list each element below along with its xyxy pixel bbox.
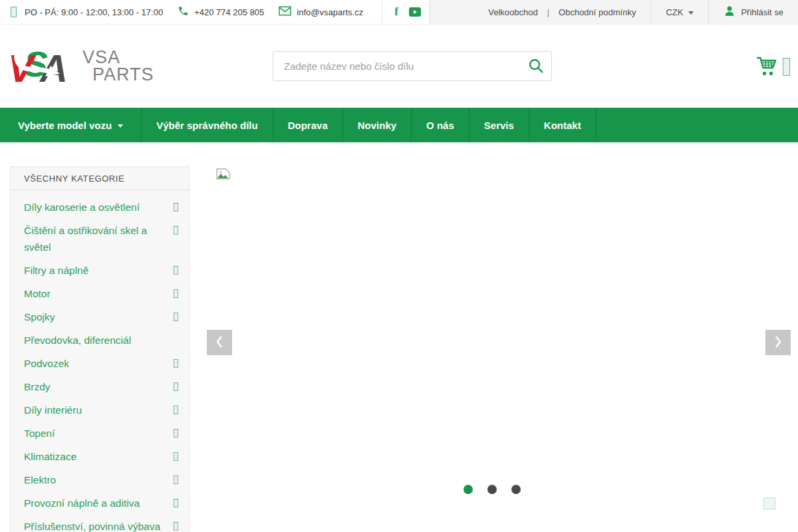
topbar-contacts: PO - PÁ: 9:00 - 12:00, 13:00 - 17:00 +42… (0, 0, 429, 24)
caret-down-icon (688, 11, 694, 15)
nav-item-novinky[interactable]: Novinky (343, 108, 412, 142)
category-item[interactable]: Převodovka, diferenciál (11, 329, 189, 352)
hero-carousel (209, 166, 788, 512)
nav-label: Servis (484, 120, 514, 131)
nav-label: Doprava (288, 120, 328, 131)
divider (382, 0, 382, 24)
category-item[interactable]: Filtry a náplně (11, 259, 189, 282)
category-arrow-icon (174, 289, 178, 298)
next-icon (771, 333, 785, 352)
category-item[interactable]: Příslušenství, povinná výbava (11, 515, 189, 532)
carousel-next-button[interactable] (765, 330, 791, 355)
category-list: Díly karoserie a osvětlení Čištění a ost… (11, 190, 189, 532)
broken-image-icon (216, 168, 231, 184)
carousel-dot[interactable] (487, 485, 497, 494)
login-label: Přihlásit se (741, 7, 783, 17)
carousel-dot[interactable] (511, 485, 521, 494)
nav-item-servis[interactable]: Servis (469, 108, 529, 142)
category-arrow-icon (174, 499, 178, 507)
sidebar-title: VŠECHNY KATEGORIE (11, 167, 189, 190)
category-label: Elektro (24, 471, 56, 488)
nav-item-o-nas[interactable]: O nás (412, 108, 469, 142)
category-label: Topení (24, 425, 55, 442)
logo[interactable]: S A V VSA PARTS (8, 43, 154, 90)
nav-item-kontakt[interactable]: Kontakt (529, 108, 597, 142)
nav-label: Výběr správného dílu (156, 120, 258, 131)
carousel-dots (209, 485, 775, 494)
logo-text: VSA PARTS (82, 49, 154, 83)
carousel-dot[interactable] (464, 485, 473, 494)
category-arrow-icon (174, 313, 178, 321)
user-icon (724, 5, 735, 19)
clock-icon (11, 7, 17, 17)
carousel-prev-button[interactable] (207, 330, 232, 355)
category-arrow-icon (174, 359, 178, 368)
nav-item-spravny-dil[interactable]: Výběr správného dílu (142, 108, 273, 142)
category-arrow-icon (174, 382, 178, 391)
category-item[interactable]: Čištění a ostřikování skel a světel (11, 219, 189, 259)
category-label: Díly interiéru (24, 402, 82, 418)
email-address: info@vsaparts.cz (297, 7, 363, 17)
nav-item-doprava[interactable]: Doprava (273, 108, 343, 142)
category-item[interactable]: Díly interiéru (11, 398, 189, 422)
main-nav: Vyberte model vozu Výběr správného dílu … (0, 108, 798, 142)
category-label: Provozní náplně a aditiva (24, 495, 140, 511)
logo-mark: S A V (8, 43, 77, 90)
topbar: PO - PÁ: 9:00 - 12:00, 13:00 - 17:00 +42… (0, 0, 798, 25)
nav-label: Novinky (358, 120, 396, 131)
category-item[interactable]: Brzdy (11, 375, 189, 398)
wholesale-link[interactable]: Velkoobchod (488, 7, 537, 17)
cart-button[interactable] (755, 56, 778, 78)
category-label: Převodovka, diferenciál (24, 332, 131, 348)
currency-dropdown[interactable]: CZK (650, 0, 708, 24)
category-item[interactable]: Spojky (11, 305, 189, 329)
category-item[interactable]: Provozní náplně a aditiva (11, 491, 189, 515)
category-item[interactable]: Klimatizace (11, 445, 189, 468)
search-button[interactable] (527, 57, 545, 76)
search-input[interactable] (273, 51, 552, 81)
category-label: Filtry a náplně (24, 262, 88, 279)
category-label: Příslušenství, povinná výbava (24, 518, 160, 532)
category-label: Spojky (24, 309, 55, 325)
svg-text:A: A (39, 47, 68, 87)
category-arrow-icon (174, 203, 178, 211)
email-link[interactable]: info@vsaparts.cz (279, 6, 363, 18)
facebook-icon[interactable]: f (386, 5, 406, 19)
cart-badge-icon (783, 58, 790, 76)
nav-item-model-vozu[interactable]: Vyberte model vozu (0, 108, 142, 142)
currency-value: CZK (666, 7, 683, 17)
topbar-pages: Velkoobchod | Obchodní podmínky (473, 0, 650, 24)
nav-label: Vyberte model vozu (18, 120, 112, 131)
category-label: Klimatizace (24, 448, 76, 465)
category-label: Díly karoserie a osvětlení (24, 199, 140, 215)
category-arrow-icon (174, 226, 178, 235)
category-arrow-icon (174, 266, 178, 275)
header: S A V VSA PARTS (0, 25, 798, 108)
scroll-top-button[interactable] (763, 497, 775, 509)
category-item[interactable]: Elektro (11, 468, 189, 491)
category-item[interactable]: Díly karoserie a osvětlení (11, 196, 189, 219)
category-label: Čištění a ostřikování skel a světel (24, 222, 167, 255)
category-arrow-icon (174, 452, 178, 461)
topbar-links: Velkoobchod | Obchodní podmínky CZK Přih… (429, 0, 798, 24)
search-bar (273, 51, 552, 81)
category-label: Podvozek (24, 355, 69, 372)
phone-number: +420 774 205 805 (194, 7, 264, 17)
terms-link[interactable]: Obchodní podmínky (559, 7, 636, 17)
pipe-separator: | (543, 7, 553, 17)
cart-icon (755, 69, 778, 79)
opening-hours: PO - PÁ: 9:00 - 12:00, 13:00 - 17:00 (25, 7, 163, 17)
category-arrow-icon (174, 429, 178, 438)
phone-icon (178, 5, 189, 19)
mail-icon (279, 6, 291, 18)
login-button[interactable]: Přihlásit se (708, 0, 798, 24)
phone-link[interactable]: +420 774 205 805 (178, 5, 264, 19)
category-item[interactable]: Podvozek (11, 352, 189, 375)
category-item[interactable]: Motor (11, 282, 189, 305)
nav-label: Kontakt (544, 120, 581, 131)
youtube-icon[interactable] (406, 7, 429, 17)
category-item[interactable]: Topení (11, 422, 189, 445)
category-sidebar: VŠECHNY KATEGORIE Díly karoserie a osvět… (10, 166, 190, 532)
logo-line2: PARTS (92, 65, 154, 84)
search-icon (527, 57, 545, 76)
